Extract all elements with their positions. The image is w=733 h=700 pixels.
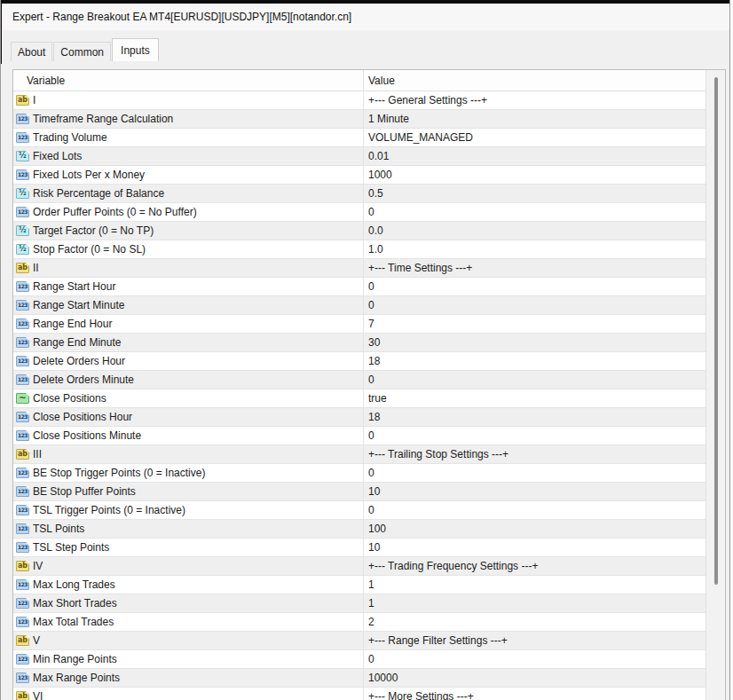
value-cell[interactable]: 10000 — [364, 669, 705, 687]
int-type-icon: 123 — [16, 505, 29, 515]
column-header-value[interactable]: Value — [364, 70, 725, 90]
int-type-icon: 123 — [16, 654, 29, 665]
value-cell[interactable]: +--- Range Filter Settings ---+ — [364, 632, 705, 649]
input-row[interactable]: abVI+--- More Settings ---+ — [13, 688, 705, 700]
value-cell[interactable]: VOLUME_MANAGED — [364, 129, 705, 146]
input-row[interactable]: ½Stop Factor (0 = No SL)1.0 — [13, 240, 705, 259]
value-cell[interactable]: 18 — [364, 408, 705, 426]
scrollbar-thumb[interactable] — [714, 77, 718, 585]
input-row[interactable]: ½Risk Percentage of Balance0.5 — [13, 185, 705, 203]
window-title: Expert - Range Breakout EA MT4[EURUSD][U… — [12, 11, 351, 23]
input-row[interactable]: 123Delete Orders Hour18 — [13, 352, 705, 371]
int-type-icon: 123 — [16, 300, 29, 311]
value-cell[interactable]: 1 — [364, 594, 705, 612]
input-row[interactable]: 123TSL Trigger Points (0 = Inactive)0 — [13, 501, 705, 520]
input-row[interactable]: 123TSL Points100 — [13, 520, 705, 539]
variable-name: VI — [33, 690, 43, 700]
value-cell[interactable]: 10 — [364, 483, 705, 500]
input-row[interactable]: 123Max Range Points10000 — [13, 669, 705, 688]
input-row[interactable]: 123Order Puffer Points (0 = No Puffer)0 — [13, 203, 705, 222]
value-cell[interactable]: 1 Minute — [364, 110, 705, 128]
value-cell[interactable]: 0 — [364, 278, 705, 295]
input-row[interactable]: 123Fixed Lots Per x Money1000 — [13, 166, 705, 185]
double-type-icon: ½ — [16, 151, 29, 161]
input-row[interactable]: 123Range End Hour7 — [13, 315, 705, 334]
input-row[interactable]: 123Range End Minute30 — [13, 334, 705, 352]
value-cell[interactable]: +--- General Settings ---+ — [364, 91, 705, 109]
int-type-icon: 123 — [16, 617, 29, 627]
input-row[interactable]: 123Max Short Trades1 — [13, 594, 705, 613]
bool-type-icon: ~ — [16, 393, 29, 404]
value-cell[interactable]: +--- Trailing Stop Settings ---+ — [364, 445, 705, 463]
value-cell[interactable]: 0 — [364, 650, 705, 668]
variable-name: II — [33, 262, 39, 274]
int-type-icon: 123 — [16, 132, 29, 143]
value-cell[interactable]: 1.0 — [364, 240, 705, 258]
input-row[interactable]: ~Close Positionstrue — [13, 389, 705, 408]
variable-cell: ½Risk Percentage of Balance — [13, 185, 364, 202]
variable-cell: ½Stop Factor (0 = No SL) — [13, 240, 364, 258]
value-cell[interactable]: 0 — [364, 427, 705, 444]
value-cell[interactable]: 0.01 — [364, 147, 705, 165]
input-row[interactable]: abV+--- Range Filter Settings ---+ — [13, 632, 705, 650]
value-cell[interactable]: 18 — [364, 352, 705, 370]
value-cell[interactable]: 0 — [364, 296, 705, 314]
int-type-icon: 123 — [16, 319, 29, 329]
input-row[interactable]: abIII+--- Trailing Stop Settings ---+ — [13, 445, 705, 464]
input-row[interactable]: 123Max Total Trades2 — [13, 613, 705, 632]
input-row[interactable]: ½Target Factor (0 = No TP)0.0 — [13, 222, 705, 240]
value-cell[interactable]: 0.0 — [364, 222, 705, 240]
variable-cell: abVI — [13, 688, 364, 700]
input-row[interactable]: ½Fixed Lots0.01 — [13, 147, 705, 166]
value-cell[interactable]: 0 — [364, 203, 705, 221]
value-cell[interactable]: true — [364, 389, 705, 407]
variable-cell: 123BE Stop Puffer Points — [13, 483, 364, 500]
variable-name: BE Stop Puffer Points — [33, 485, 136, 498]
tab-inputs[interactable]: Inputs — [112, 38, 159, 61]
variable-name: Max Total Trades — [33, 616, 114, 628]
int-type-icon: 123 — [16, 356, 29, 366]
input-row[interactable]: 123BE Stop Puffer Points10 — [13, 483, 705, 501]
value-cell[interactable]: 0.5 — [364, 185, 705, 202]
int-type-icon: 123 — [16, 672, 29, 683]
value-cell[interactable]: 1000 — [364, 166, 705, 184]
value-cell[interactable]: 10 — [364, 539, 705, 556]
input-row[interactable]: 123Range Start Minute0 — [13, 296, 705, 315]
variable-name: TSL Points — [33, 523, 84, 535]
tab-about[interactable]: About — [11, 42, 52, 61]
input-row[interactable]: 123Close Positions Minute0 — [13, 427, 705, 445]
input-row[interactable]: abII+--- Time Settings ---+ — [13, 259, 705, 278]
column-header-variable[interactable]: Variable — [13, 70, 364, 90]
input-row[interactable]: 123BE Stop Trigger Points (0 = Inactive)… — [13, 464, 705, 483]
value-cell[interactable]: 0 — [364, 464, 705, 482]
int-type-icon: 123 — [16, 169, 29, 180]
value-cell[interactable]: 0 — [364, 501, 705, 519]
variable-cell: 123Timeframe Range Calculation — [13, 110, 364, 128]
value-cell[interactable]: +--- More Settings ---+ — [364, 688, 705, 700]
input-row[interactable]: 123Min Range Points0 — [13, 650, 705, 669]
value-cell[interactable]: 0 — [364, 371, 705, 389]
tab-common[interactable]: Common — [53, 42, 111, 61]
value-cell[interactable]: 30 — [364, 334, 705, 351]
input-row[interactable]: 123Trading VolumeVOLUME_MANAGED — [13, 129, 705, 147]
variable-cell: 123Fixed Lots Per x Money — [13, 166, 364, 184]
value-cell[interactable]: 100 — [364, 520, 705, 538]
variable-cell: 123Delete Orders Minute — [13, 371, 364, 389]
variable-cell: abIII — [13, 445, 364, 463]
input-row[interactable]: abIV+--- Trading Frequency Settings ---+ — [13, 557, 705, 576]
input-row[interactable]: 123Delete Orders Minute0 — [13, 371, 705, 389]
value-cell[interactable]: 2 — [364, 613, 705, 631]
input-row[interactable]: 123TSL Step Points10 — [13, 539, 705, 557]
input-row[interactable]: 123Close Positions Hour18 — [13, 408, 705, 427]
input-row[interactable]: abI+--- General Settings ---+ — [13, 91, 705, 110]
value-cell[interactable]: 7 — [364, 315, 705, 333]
input-row[interactable]: 123Max Long Trades1 — [13, 576, 705, 594]
input-row[interactable]: 123Range Start Hour0 — [13, 278, 705, 296]
value-cell[interactable]: 1 — [364, 576, 705, 594]
vertical-scrollbar[interactable] — [705, 70, 725, 700]
variable-cell: 123BE Stop Trigger Points (0 = Inactive) — [13, 464, 364, 482]
value-cell[interactable]: +--- Time Settings ---+ — [364, 259, 705, 277]
input-row[interactable]: 123Timeframe Range Calculation1 Minute — [13, 110, 705, 129]
value-cell[interactable]: +--- Trading Frequency Settings ---+ — [364, 557, 705, 575]
int-type-icon: 123 — [16, 542, 29, 553]
